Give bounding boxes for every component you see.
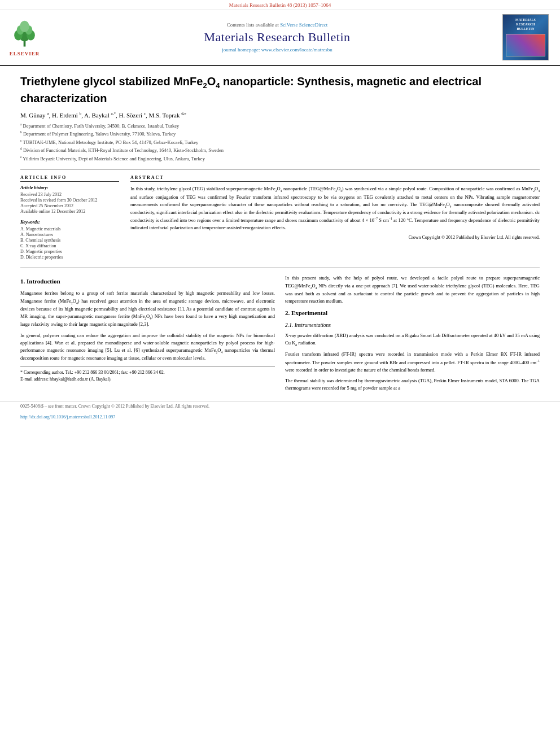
sciverse-line: Contents lists available at SciVerse Sci… <box>227 22 328 28</box>
intro-title: 1. Introduction <box>20 277 275 286</box>
keywords-section: Keywords: A. Magnetic materials A. Nanos… <box>20 220 119 260</box>
body-right-column: In this present study, with the help of … <box>285 274 540 395</box>
affiliation-c: c TÜBİTAK-UME, National Metrology Instit… <box>20 138 540 146</box>
article-info-abstract: ARTICLE INFO Article history: Received 2… <box>20 169 540 260</box>
elsevier-logo: ELSEVIER <box>9 19 40 56</box>
authors-line: M. Günay a, H. Erdemi b, A. Baykal a,*, … <box>20 111 540 119</box>
journal-cover: MATERIALSRESEARCHBULLETIN <box>502 14 549 60</box>
journal-cover-area: MATERIALSRESEARCHBULLETIN <box>500 14 551 60</box>
copyright-line: Crown Copyright © 2012 Published by Else… <box>130 235 540 240</box>
keyword-3: B. Chemical synthesis <box>20 238 119 243</box>
intro-para-1: Manganese ferrites belong to a group of … <box>20 290 275 328</box>
abstract-column: ABSTRACT In this study, triethylene glyc… <box>130 175 540 260</box>
keyword-6: D. Dielectric properties <box>20 255 119 260</box>
citation-text: Materials Research Bulletin 48 (2013) 10… <box>229 2 331 8</box>
journal-header: ELSEVIER Contents lists available at Sci… <box>0 10 560 66</box>
elsevier-logo-area: ELSEVIER <box>9 14 54 60</box>
experimental-title: 2. Experimental <box>285 308 540 318</box>
history-label: Article history: <box>20 185 119 190</box>
affiliation-d: d Division of Functional Materials, KTH-… <box>20 146 540 154</box>
keyword-5: D. Magnetic properties <box>20 249 119 254</box>
instrumentations-title: 2.1. Instrumentations <box>285 321 540 330</box>
intro-para-2: In general, polymer coating can reduce t… <box>20 332 275 362</box>
sciverse-link[interactable]: SciVerse ScienceDirect <box>280 22 327 28</box>
body-left-column: 1. Introduction Manganese ferrites belon… <box>20 274 275 395</box>
affiliation-a: a Department of Chemistry, Fatih Univers… <box>20 122 540 130</box>
ftir-para: Fourier transform infrared (FT-IR) spect… <box>285 351 540 373</box>
affiliation-b: b Department of Polymer Engineering, Yal… <box>20 130 540 138</box>
history-item-1: Received 23 July 2012 <box>20 192 119 197</box>
article-info-column: ARTICLE INFO Article history: Received 2… <box>20 175 119 260</box>
corresponding-author: * Corresponding author. Tel.: +90 212 86… <box>20 369 275 376</box>
keywords-label: Keywords: <box>20 220 119 225</box>
affiliations: a Department of Chemistry, Fatih Univers… <box>20 122 540 163</box>
journal-title: Materials Research Bulletin <box>204 30 350 45</box>
history-item-3: Accepted 25 November 2012 <box>20 203 119 208</box>
footnote-area: * Corresponding author. Tel.: +90 212 86… <box>20 366 275 383</box>
main-content: Triethylene glycol stabilized MnFe2O4 na… <box>0 66 560 401</box>
xrd-para: X-ray powder diffraction (XRD) analysis … <box>285 332 540 347</box>
abstract-label: ABSTRACT <box>130 175 540 182</box>
svg-point-6 <box>20 20 29 32</box>
elsevier-tree-icon <box>9 19 40 50</box>
tga-para: The thermal stability was determined by … <box>285 377 540 392</box>
email-line: E-mail address: hbaykal@fatih.edu.tr (A.… <box>20 376 275 383</box>
intro-right-para-1: In this present study, with the help of … <box>285 274 540 305</box>
history-item-4: Available online 12 December 2012 <box>20 209 119 214</box>
history-item-2: Received in revised form 30 October 2012 <box>20 198 119 203</box>
keyword-1: A. Magnetic materials <box>20 226 119 231</box>
doi-link[interactable]: http://dx.doi.org/10.1016/j.materresbull… <box>20 414 540 420</box>
journal-citation: Materials Research Bulletin 48 (2013) 10… <box>0 0 560 10</box>
keyword-2: A. Nanostructures <box>20 232 119 237</box>
affiliation-e: e Yildirim Beyazit University, Dept of M… <box>20 155 540 163</box>
article-info-label: ARTICLE INFO <box>20 175 119 182</box>
cover-title: MATERIALSRESEARCHBULLETIN <box>514 17 537 32</box>
keyword-4: C. X-ray diffraction <box>20 243 119 248</box>
journal-homepage[interactable]: journal homepage: www.elsevier.com/locat… <box>222 47 332 53</box>
body-content: 1. Introduction Manganese ferrites belon… <box>20 274 540 395</box>
cover-image <box>506 34 545 56</box>
issn-line: 0025-5408/$ – see front matter. Crown Co… <box>20 404 540 409</box>
elsevier-brand: ELSEVIER <box>10 51 40 56</box>
section-divider <box>20 267 540 268</box>
journal-title-area: Contents lists available at SciVerse Sci… <box>60 14 495 60</box>
article-title: Triethylene glycol stabilized MnFe2O4 na… <box>20 74 540 106</box>
abstract-text: In this study, triethylene glycol (TEG) … <box>130 185 540 231</box>
bottom-bar: 0025-5408/$ – see front matter. Crown Co… <box>0 401 560 422</box>
